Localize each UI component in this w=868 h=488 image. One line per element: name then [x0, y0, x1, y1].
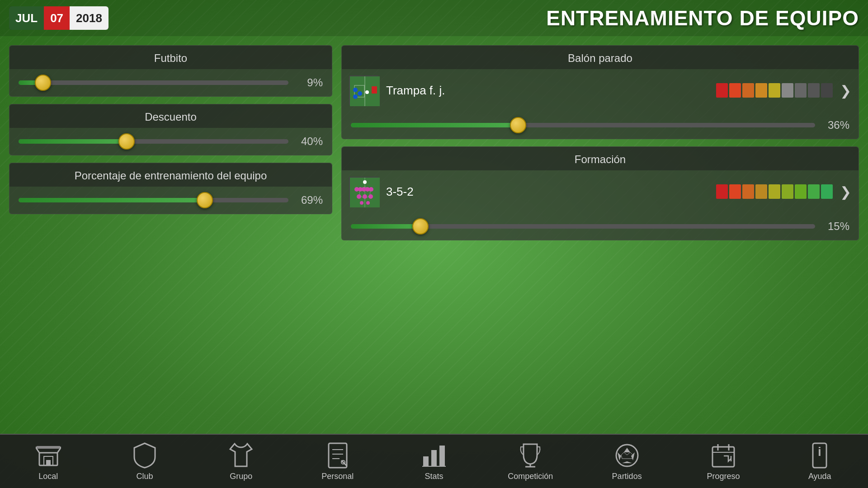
formacion-row: 3-5-2 ❯ — [342, 170, 859, 213]
color-segment — [755, 83, 767, 98]
futbito-thumb[interactable] — [35, 75, 51, 91]
trophy-icon — [517, 442, 544, 469]
color-segment — [729, 83, 741, 98]
balon-value: 36% — [822, 119, 849, 131]
color-segment — [782, 83, 793, 98]
svg-point-3 — [353, 88, 358, 92]
nav-partidos-label: Partidos — [612, 472, 642, 481]
nav-progreso[interactable]: Progreso — [675, 442, 771, 481]
svg-rect-28 — [37, 446, 60, 449]
svg-rect-35 — [431, 450, 437, 466]
color-segment — [716, 83, 728, 98]
color-segment — [769, 184, 780, 199]
header: JUL 07 2018 ENTRENAMIENTO DE EQUIPO — [0, 0, 868, 36]
descuento-fill — [19, 139, 127, 144]
color-segment — [742, 83, 754, 98]
svg-marker-45 — [621, 452, 633, 459]
color-segment — [808, 83, 820, 98]
left-panel: Futbito 9% Descuento 40% — [9, 45, 332, 434]
svg-point-6 — [365, 90, 369, 94]
futbito-card: Futbito 9% — [9, 45, 332, 97]
date-badge: JUL 07 2018 — [9, 6, 108, 30]
formacion-arrow-btn[interactable]: ❯ — [840, 184, 851, 200]
futbito-value: 9% — [296, 76, 323, 89]
svg-point-4 — [353, 94, 358, 99]
nav-grupo-label: Grupo — [230, 472, 252, 481]
document-icon — [324, 442, 351, 469]
porcentaje-title: Porcentaje de entrenamiento del equipo — [9, 163, 332, 187]
balon-slider-row: 36% — [342, 112, 859, 139]
nav-competicion[interactable]: Competición — [482, 442, 579, 481]
porcentaje-slider[interactable] — [19, 196, 288, 205]
trampa-arrow-btn[interactable]: ❯ — [840, 83, 851, 99]
nav-club[interactable]: Club — [96, 442, 193, 481]
futbito-slider[interactable] — [19, 78, 288, 87]
nav-personal-label: Personal — [321, 472, 354, 481]
svg-marker-43 — [622, 461, 632, 463]
color-segment — [742, 184, 754, 199]
stadium-icon — [35, 442, 62, 469]
balon-thumb[interactable] — [510, 117, 526, 133]
svg-rect-24 — [46, 460, 51, 465]
formacion-slider[interactable] — [351, 222, 815, 231]
svg-point-18 — [363, 194, 367, 199]
formacion-fill — [351, 224, 420, 229]
formacion-title: Formación — [342, 147, 859, 170]
info-icon: i — [806, 442, 833, 469]
balon-slider[interactable] — [351, 121, 815, 130]
trampa-color-bar — [716, 83, 833, 98]
date-month: JUL — [9, 6, 44, 30]
date-year: 2018 — [70, 6, 108, 30]
descuento-slider[interactable] — [19, 137, 288, 146]
color-segment — [795, 184, 807, 199]
formacion-card: Formación — [341, 146, 859, 240]
nav-stats-label: Stats — [425, 472, 443, 481]
svg-rect-34 — [423, 456, 429, 466]
futbito-title: Futbito — [9, 46, 332, 69]
svg-marker-41 — [624, 448, 630, 452]
svg-point-19 — [368, 194, 373, 199]
nav-local-label: Local — [38, 472, 58, 481]
jersey-icon — [227, 442, 255, 469]
svg-point-21 — [366, 201, 370, 205]
porcentaje-card: Porcentaje de entrenamiento del equipo 6… — [9, 163, 332, 214]
color-segment — [769, 83, 780, 98]
formacion-value: 15% — [822, 220, 849, 233]
color-segment — [795, 83, 807, 98]
svg-point-5 — [358, 91, 362, 96]
svg-point-11 — [363, 180, 367, 184]
page-title: ENTRENAMIENTO DE EQUIPO — [546, 6, 859, 30]
nav-local[interactable]: Local — [0, 442, 96, 481]
nav-personal[interactable]: Personal — [289, 442, 386, 481]
svg-point-16 — [369, 187, 373, 192]
formacion-thumb[interactable] — [412, 218, 429, 235]
svg-marker-44 — [618, 452, 621, 460]
color-segment — [821, 184, 833, 199]
porcentaje-fill — [19, 198, 205, 202]
balon-parado-title: Balón parado — [342, 46, 859, 69]
formacion-slider-row: 15% — [342, 213, 859, 240]
descuento-slider-row: 40% — [9, 128, 332, 155]
chart-icon — [420, 442, 448, 469]
nav-ayuda-label: Ayuda — [808, 472, 831, 481]
descuento-thumb[interactable] — [118, 133, 135, 150]
porcentaje-slider-row: 69% — [9, 187, 332, 214]
ball-icon — [613, 442, 641, 469]
descuento-card: Descuento 40% — [9, 104, 332, 155]
porcentaje-thumb[interactable] — [197, 192, 213, 208]
svg-rect-36 — [439, 446, 445, 466]
nav-ayuda[interactable]: i Ayuda — [772, 442, 868, 481]
nav-stats[interactable]: Stats — [386, 442, 482, 481]
balon-fill — [351, 123, 518, 127]
formacion-color-bar — [716, 184, 833, 199]
nav-grupo[interactable]: Grupo — [193, 442, 289, 481]
nav-competicion-label: Competición — [508, 472, 553, 481]
color-segment — [821, 83, 833, 98]
nav-partidos[interactable]: Partidos — [579, 442, 675, 481]
nav-club-label: Club — [136, 472, 153, 481]
descuento-title: Descuento — [9, 104, 332, 128]
color-segment — [755, 184, 767, 199]
formacion-field-img — [349, 177, 379, 206]
svg-point-17 — [357, 194, 361, 199]
trampa-field-img — [349, 75, 379, 105]
